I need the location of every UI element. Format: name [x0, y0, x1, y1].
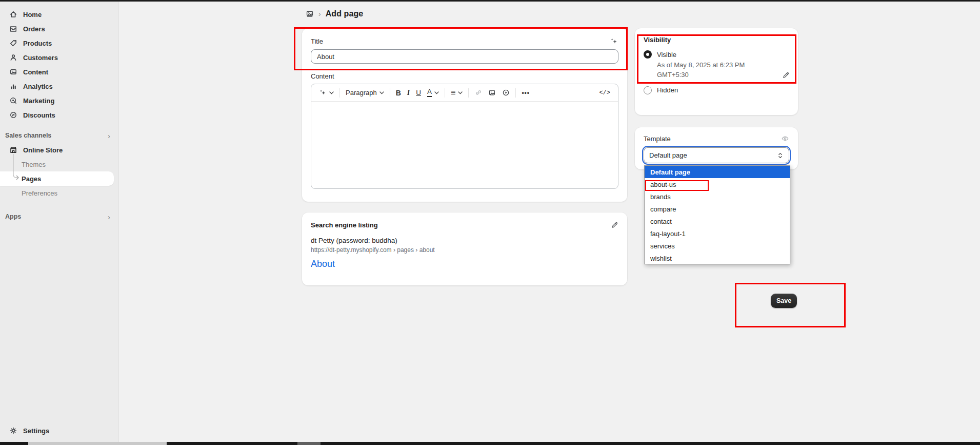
- storefront-icon: [9, 146, 17, 154]
- dropdown-option-wishlist[interactable]: wishlist: [645, 252, 790, 264]
- radio-unselected-icon[interactable]: [644, 86, 652, 94]
- link-icon: [474, 89, 482, 96]
- dropdown-option-compare[interactable]: compare: [645, 203, 790, 215]
- visible-label: Visible: [657, 51, 676, 59]
- ai-magic-button[interactable]: [316, 86, 337, 100]
- hidden-option[interactable]: Hidden: [644, 86, 789, 94]
- media-icon: [9, 68, 17, 76]
- breadcrumb-separator: ›: [318, 10, 321, 18]
- bottom-edge-bar: [0, 442, 980, 445]
- sidebar-item-products[interactable]: Products: [0, 36, 118, 50]
- sidebar-item-home[interactable]: Home: [0, 7, 118, 22]
- edit-pencil-icon[interactable]: [611, 221, 618, 229]
- chevron-right-icon: ›: [108, 132, 110, 140]
- visibility-card: Visibility Visible As of May 8, 2025 at …: [635, 28, 798, 115]
- title-field-label: Title: [311, 37, 323, 45]
- sidebar-item-label: Themes: [22, 161, 46, 168]
- marketing-target-icon: [9, 96, 17, 105]
- sales-channels-label: Sales channels: [5, 132, 51, 139]
- sidebar-item-preferences[interactable]: Preferences: [0, 186, 118, 200]
- magic-sparkle-icon[interactable]: [610, 37, 618, 46]
- bar-chart-icon: [9, 82, 17, 90]
- sidebar-item-label: Preferences: [22, 189, 57, 197]
- bottom-bar-segment: [28, 442, 167, 445]
- chevron-down-icon: [434, 91, 439, 94]
- content-field-label: Content: [311, 72, 618, 80]
- sidebar-item-label: Marketing: [23, 97, 54, 105]
- sidebar-item-content[interactable]: Content: [0, 65, 118, 79]
- title-input[interactable]: [311, 49, 618, 64]
- underline-button[interactable]: U: [413, 86, 424, 100]
- visible-date-note: As of May 8, 2025 at 6:23 PM GMT+5:30: [657, 61, 772, 80]
- shopify-admin-add-page: Home Orders Products Customers Content A…: [0, 0, 980, 445]
- rich-text-editor: Paragraph B I U A ≡: [311, 84, 618, 189]
- chevron-right-icon: ›: [108, 213, 110, 221]
- italic-button[interactable]: I: [404, 86, 413, 100]
- edit-pencil-icon[interactable]: [782, 71, 790, 79]
- sidebar-item-label: Analytics: [23, 83, 53, 90]
- dropdown-option-contact[interactable]: contact: [645, 215, 790, 227]
- sidebar-item-label: Discounts: [23, 111, 55, 119]
- dropdown-option-faq-layout-1[interactable]: faq-layout-1: [645, 227, 790, 240]
- apps-label: Apps: [5, 213, 21, 220]
- sidebar-item-label: Settings: [23, 427, 49, 435]
- sales-channels-header[interactable]: Sales channels ›: [0, 128, 118, 143]
- sidebar-item-label: Online Store: [23, 146, 63, 154]
- template-selected-value: Default page: [649, 151, 687, 159]
- seo-preview-title: About: [311, 259, 618, 269]
- top-edge-bar: [0, 0, 980, 2]
- insert-image-button[interactable]: [485, 86, 499, 100]
- toolbar-divider: [515, 88, 516, 98]
- dropdown-option-brands[interactable]: brands: [645, 190, 790, 203]
- sidebar-item-analytics[interactable]: Analytics: [0, 79, 118, 93]
- hidden-label: Hidden: [657, 86, 678, 94]
- template-heading: Template: [644, 135, 671, 143]
- chevron-down-icon: [379, 91, 384, 94]
- editor-toolbar: Paragraph B I U A ≡: [311, 84, 618, 102]
- alignment-button[interactable]: ≡: [448, 86, 466, 100]
- seo-card-heading: Search engine listing: [311, 221, 378, 229]
- bold-button[interactable]: B: [393, 86, 404, 100]
- chevron-down-icon: [329, 91, 334, 94]
- paragraph-label: Paragraph: [346, 89, 377, 96]
- toolbar-divider: [468, 88, 469, 98]
- text-color-label: A: [427, 88, 432, 97]
- search-engine-listing-card: Search engine listing dt Petty (password…: [302, 212, 627, 285]
- sidebar-item-orders[interactable]: Orders: [0, 22, 118, 36]
- dropdown-option-services[interactable]: services: [645, 240, 790, 252]
- text-color-button[interactable]: A: [424, 86, 442, 100]
- toolbar-divider: [339, 88, 340, 98]
- sidebar-item-marketing[interactable]: Marketing: [0, 93, 118, 108]
- seo-url-line: https://dt-petty.myshopify.com › pages ›…: [311, 246, 618, 254]
- orders-icon: [9, 25, 17, 33]
- image-icon: [488, 89, 496, 96]
- insert-link-button[interactable]: [471, 86, 485, 100]
- title-content-card: Title Content Paragraph B I U: [302, 28, 627, 202]
- sidebar-item-discounts[interactable]: Discounts: [0, 108, 118, 122]
- show-html-button[interactable]: </>: [596, 86, 613, 100]
- sidebar-item-label: Products: [23, 40, 52, 47]
- sidebar-item-customers[interactable]: Customers: [0, 50, 118, 65]
- sidebar-item-label: Orders: [23, 25, 45, 33]
- breadcrumb: › Add page: [306, 9, 363, 19]
- radio-selected-icon[interactable]: [644, 50, 652, 59]
- play-circle-icon: [502, 89, 510, 96]
- visible-option[interactable]: Visible: [644, 50, 789, 59]
- pages-breadcrumb-icon[interactable]: [306, 10, 314, 18]
- more-options-button[interactable]: •••: [518, 86, 533, 100]
- page-title: Add page: [326, 9, 364, 18]
- editor-text-area[interactable]: [311, 102, 618, 189]
- apps-header[interactable]: Apps ›: [0, 209, 118, 224]
- dropdown-option-default-page[interactable]: Default page: [645, 166, 790, 178]
- template-select[interactable]: Default page: [644, 147, 789, 163]
- tree-connector-line: [11, 154, 22, 183]
- sidebar-item-settings[interactable]: Settings: [0, 423, 119, 438]
- paragraph-style-dropdown[interactable]: Paragraph: [343, 86, 387, 100]
- sidebar-item-label: Pages: [22, 175, 41, 183]
- save-button[interactable]: Save: [771, 294, 797, 308]
- insert-video-button[interactable]: [499, 86, 513, 100]
- align-left-icon: ≡: [451, 88, 455, 98]
- toolbar-divider: [445, 88, 445, 98]
- person-icon: [9, 53, 17, 62]
- dropdown-option-about-us[interactable]: about-us: [645, 178, 790, 190]
